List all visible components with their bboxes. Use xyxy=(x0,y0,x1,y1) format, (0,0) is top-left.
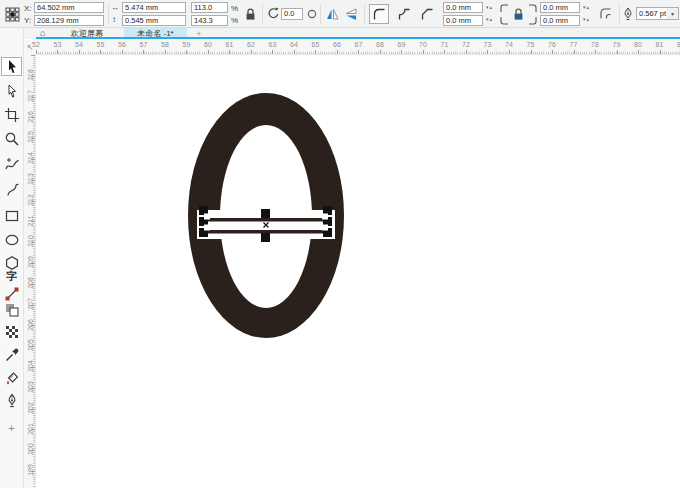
corner-bl-icon xyxy=(499,15,509,25)
h-ruler-label: 59 xyxy=(183,41,191,48)
v-ruler-label: 217 xyxy=(27,90,34,102)
scalloped-corner-icon[interactable] xyxy=(394,4,414,24)
h-ruler-label: 63 xyxy=(269,41,277,48)
separator xyxy=(262,4,263,24)
h-ruler-label: 79 xyxy=(613,41,621,48)
zoom-tool-icon xyxy=(4,131,20,147)
h-ruler-label: 52 xyxy=(32,41,40,48)
drawing-canvas[interactable] xyxy=(36,39,680,488)
separator xyxy=(320,4,321,24)
h-ruler-label: 64 xyxy=(290,41,298,48)
h-ruler-label: 58 xyxy=(161,41,169,48)
combo-arrow-glyph: ▾ xyxy=(671,10,674,17)
h-ruler-label: 70 xyxy=(419,41,427,48)
tool-zoom[interactable] xyxy=(1,129,22,148)
selected-bar-line-bottom[interactable] xyxy=(205,230,327,234)
v-ruler-label: 216 xyxy=(27,111,34,123)
v-ruler-label: 206 xyxy=(27,319,34,331)
h-ruler-label: 55 xyxy=(97,41,105,48)
h-ruler-label: 60 xyxy=(204,41,212,48)
h-ruler-label: 75 xyxy=(527,41,535,48)
tool-ellipse[interactable] xyxy=(1,230,22,249)
v-ruler-label: 212 xyxy=(27,194,34,206)
object-position-grid-icon[interactable] xyxy=(4,6,20,22)
percent-v-label: % xyxy=(231,15,238,26)
tool-outline-pen[interactable] xyxy=(1,391,22,410)
tool-pick[interactable] xyxy=(1,57,22,76)
tool-mesh-fill[interactable] xyxy=(1,322,22,341)
separator xyxy=(108,4,109,24)
tool-freehand[interactable] xyxy=(1,155,22,174)
v-ruler-label: 205 xyxy=(27,339,34,351)
scale-h-input[interactable]: 113.0 xyxy=(191,2,228,13)
round-corner-icon[interactable] xyxy=(369,4,389,24)
rotation-center-icon[interactable] xyxy=(306,8,317,19)
spinner-tr[interactable]: ▾▴ xyxy=(583,5,590,10)
corner-radius-tr-input[interactable]: 0.0 mm xyxy=(540,2,580,13)
corner-tl-icon xyxy=(499,3,509,13)
x-position-input[interactable]: 64.502 mm xyxy=(34,2,104,13)
y-position-input[interactable]: 208.129 mm xyxy=(34,15,104,26)
add-tool-glyph: + xyxy=(8,422,14,434)
h-ruler-label: 56 xyxy=(118,41,126,48)
object-width-input[interactable]: 5.474 mm xyxy=(122,2,186,13)
rotation-angle-input[interactable]: 0.0 xyxy=(281,8,303,20)
scale-v-input[interactable]: 143.3 xyxy=(191,15,228,26)
vertical-ruler[interactable]: 2182172162152142132122112102092082072062… xyxy=(24,55,36,488)
theta-glyph-object[interactable] xyxy=(185,88,355,348)
tool-eyedropper[interactable] xyxy=(1,345,22,364)
tool-shape[interactable] xyxy=(1,81,22,100)
tool-transparency[interactable] xyxy=(1,300,22,319)
lock-corners-icon[interactable] xyxy=(512,7,525,22)
h-ruler-label: 81 xyxy=(656,41,664,48)
horizontal-ruler[interactable]: 5253545556575859606162636465666768697071… xyxy=(36,40,680,55)
handle-bottom-center[interactable] xyxy=(261,233,270,242)
relative-corner-scaling-icon[interactable] xyxy=(597,5,615,23)
spinner-bl[interactable]: ▾▴ xyxy=(486,17,493,22)
h-ruler-label: 77 xyxy=(570,41,578,48)
node-marker-left-1 xyxy=(204,214,210,220)
rotate-icon xyxy=(266,6,280,21)
v-ruler-label: 202 xyxy=(27,402,34,414)
object-height-icon: ↕ xyxy=(112,14,116,25)
tool-bspline[interactable] xyxy=(1,180,22,199)
separator xyxy=(619,4,620,24)
corner-radius-bl-input[interactable]: 0.0 mm xyxy=(443,15,483,26)
object-width-icon: ↔ xyxy=(111,2,119,13)
v-ruler-label: 209 xyxy=(27,256,34,268)
tool-smart-fill[interactable] xyxy=(1,368,22,387)
v-ruler-label: 203 xyxy=(27,381,34,393)
pick-tool-icon xyxy=(4,59,20,75)
ellipse-tool-icon xyxy=(4,232,20,248)
transparency-tool-icon xyxy=(4,302,20,318)
outline-width-input[interactable]: 0.567 pt xyxy=(636,7,668,20)
object-height-input[interactable]: 0.545 mm xyxy=(122,15,186,26)
handle-top-center[interactable] xyxy=(261,209,270,218)
tool-crop[interactable] xyxy=(1,105,22,124)
mirror-horizontal-icon[interactable] xyxy=(324,6,341,22)
crop-tool-icon xyxy=(4,107,20,123)
text-tool-glyph: 字 xyxy=(6,271,17,282)
tool-rectangle[interactable] xyxy=(1,206,22,225)
chamfered-corner-icon[interactable] xyxy=(417,4,437,24)
h-ruler-label: 76 xyxy=(548,41,556,48)
corner-tr-icon xyxy=(527,3,537,13)
toolbox: 字+ xyxy=(0,28,24,488)
outline-width-dropdown-arrow[interactable]: ▾ xyxy=(667,7,679,20)
percent-h-label: % xyxy=(231,3,238,14)
spinner-br[interactable]: ▾▴ xyxy=(583,17,590,22)
corner-radius-tl-input[interactable]: 0.0 mm xyxy=(443,2,483,13)
selected-bar-line-top[interactable] xyxy=(205,218,327,222)
corner-radius-br-input[interactable]: 0.0 mm xyxy=(540,15,580,26)
v-ruler-label: 201 xyxy=(27,423,34,435)
tool-add-tool[interactable]: + xyxy=(1,418,22,437)
v-ruler-label: 199 xyxy=(27,464,34,476)
v-ruler-label: 200 xyxy=(27,443,34,455)
lock-ratio-icon[interactable] xyxy=(243,7,257,22)
h-ruler-label: 65 xyxy=(312,41,320,48)
v-ruler-label: 214 xyxy=(27,152,34,164)
y-label: Y: xyxy=(24,15,31,26)
outline-width-pen-icon xyxy=(622,5,634,23)
mirror-vertical-icon[interactable] xyxy=(343,6,360,22)
spinner-tl[interactable]: ▾▴ xyxy=(486,5,493,10)
